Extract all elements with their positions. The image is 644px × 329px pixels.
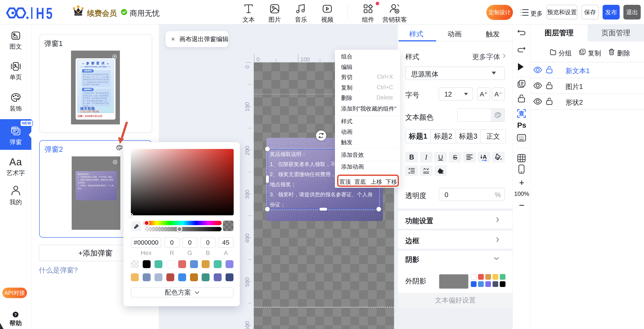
svg-text:查: 查 <box>518 110 524 117</box>
svg-text:A: A <box>483 154 487 160</box>
svg-text:H5: H5 <box>36 6 54 19</box>
svg-text:?: ? <box>14 313 17 317</box>
